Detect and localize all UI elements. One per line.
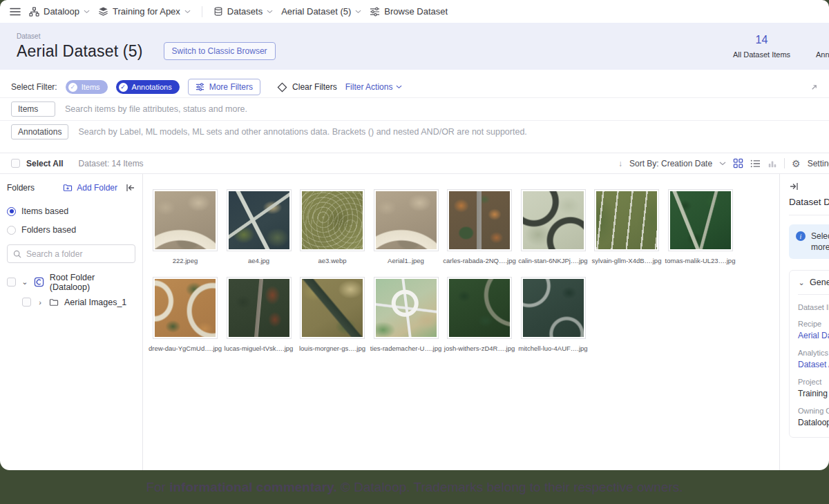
item-filename: sylvain-gllm-X4dB….jpg xyxy=(588,257,665,264)
chevron-down-icon: ⌄ xyxy=(798,278,805,287)
dataset-item-card[interactable]: mitchell-luo-4AUF….jpg xyxy=(521,277,586,352)
dataset-item-card[interactable]: josh-withers-zD4R….jpg xyxy=(447,277,512,352)
folder-search-input[interactable] xyxy=(26,249,129,259)
settings-button[interactable]: Settings xyxy=(808,159,829,168)
list-view-icon[interactable] xyxy=(750,159,761,168)
item-thumbnail[interactable] xyxy=(521,189,586,251)
app-window: Dataloop Training for Apex Datasets xyxy=(0,0,829,470)
item-thumbnail[interactable] xyxy=(227,189,292,251)
item-thumbnail[interactable] xyxy=(521,277,586,339)
item-thumbnail[interactable] xyxy=(374,277,439,339)
breadcrumb-datasets[interactable]: Datasets xyxy=(213,6,273,17)
more-filters-button[interactable]: More Filters xyxy=(188,79,260,95)
toolbar-divider xyxy=(784,158,785,168)
breadcrumb-browse[interactable]: Browse Dataset xyxy=(370,6,448,17)
item-filename: ae4.jpg xyxy=(220,257,298,264)
items-pill-label: Items xyxy=(82,83,100,91)
grid-toolbar: Select All Dataset: 14 Items ↓ Sort By: … xyxy=(0,153,829,174)
expand-filters-icon[interactable] xyxy=(810,84,818,91)
layers-icon xyxy=(98,6,108,17)
item-thumbnail[interactable] xyxy=(300,189,365,251)
item-thumbnail[interactable] xyxy=(447,189,512,251)
item-thumbnail[interactable] xyxy=(153,189,218,251)
org-label: Dataloop xyxy=(44,6,79,17)
annotations-filter-pill[interactable]: ✓ Annotations xyxy=(116,80,180,94)
items-based-radio[interactable]: Items based xyxy=(7,206,135,216)
item-thumbnail[interactable] xyxy=(227,277,292,339)
folder-search-box xyxy=(7,244,135,263)
annotations-search-input[interactable] xyxy=(78,127,818,137)
collapse-panel-icon[interactable] xyxy=(789,182,829,191)
items-search-input[interactable] xyxy=(65,104,818,114)
dataset-item-card[interactable]: louis-morgner-gs….jpg xyxy=(300,277,365,352)
sort-direction-icon[interactable]: ↓ xyxy=(618,159,622,168)
clear-filters-label: Clear Filters xyxy=(292,82,337,92)
item-thumbnail[interactable] xyxy=(668,189,733,251)
select-all-checkbox[interactable] xyxy=(11,159,20,168)
item-filename: drew-dau-YgCmUd….jpg xyxy=(146,345,224,352)
item-thumbnail[interactable] xyxy=(374,189,439,251)
folder-checkbox[interactable] xyxy=(7,278,16,287)
collapse-sidebar-icon[interactable] xyxy=(126,184,135,192)
dataset-item-card[interactable]: ties-rademacher-U….jpg xyxy=(374,277,439,352)
general-section-header[interactable]: ⌄ General xyxy=(798,278,829,295)
tree-row-subfolder[interactable]: › Aerial Images_1 xyxy=(7,295,135,309)
add-folder-button[interactable]: Add Folder xyxy=(63,183,117,193)
dataset-item-card[interactable]: ae4.jpg xyxy=(227,189,292,264)
dataset-item-card[interactable]: ae3.webp xyxy=(300,189,365,264)
root-folder-label: Root Folder (Dataloop) xyxy=(50,273,135,292)
switch-classic-browser-button[interactable]: Switch to Classic Browser xyxy=(164,42,276,60)
folders-based-radio[interactable]: Folders based xyxy=(7,225,135,235)
all-items-counter: 14 All Dataset Items xyxy=(718,34,805,59)
chevron-down-icon xyxy=(184,10,191,14)
breadcrumb-dataset[interactable]: Aerial Dataset (5) xyxy=(281,6,361,17)
item-filename: ae3.webp xyxy=(294,257,371,264)
project-switcher[interactable]: Training for Apex xyxy=(98,6,191,17)
dataset-item-card[interactable]: drew-dau-YgCmUd….jpg xyxy=(153,277,218,352)
item-thumbnail[interactable] xyxy=(447,277,512,339)
item-thumbnail[interactable] xyxy=(594,189,659,251)
filter-section: Select Filter: ✓ Items ✓ Annotations Mor… xyxy=(0,70,829,153)
grid-view-icon[interactable] xyxy=(733,158,743,168)
clear-diamond-icon xyxy=(277,82,287,93)
item-filename: Aerial1..jpeg xyxy=(368,257,445,264)
filter-actions-menu[interactable]: Filter Actions xyxy=(345,82,403,92)
chevron-down-icon[interactable]: ⌄ xyxy=(21,278,28,287)
chevron-right-icon[interactable]: › xyxy=(37,298,44,307)
analytics-link[interactable]: Dataset Analytics xyxy=(798,360,829,369)
item-thumbnail[interactable] xyxy=(153,277,218,339)
field-owning-org: Owning Organization Dataloop xyxy=(798,407,829,427)
tree-row-root-folder[interactable]: ⌄ Root Folder (Dataloop) xyxy=(7,275,135,289)
dataset-item-card[interactable]: tomas-malik-UL23….jpg xyxy=(668,189,733,264)
item-filename: lucas-miguel-tVsk….jpg xyxy=(220,345,298,352)
dataset-item-card[interactable]: Aerial1..jpeg xyxy=(374,189,439,264)
folders-sidebar: Folders Add Folder Items based Folders b… xyxy=(0,174,143,470)
dataset-item-card[interactable]: 222.jpeg xyxy=(153,189,218,264)
filter-actions-label: Filter Actions xyxy=(345,82,393,92)
folder-checkbox[interactable] xyxy=(22,298,31,307)
item-filename: tomas-malik-UL23….jpg xyxy=(662,257,739,264)
dataset-item-card[interactable]: calin-stan-6NKJPj….jpg xyxy=(521,189,586,264)
add-folder-label: Add Folder xyxy=(77,183,117,193)
recipe-link[interactable]: Aerial Dataset xyxy=(798,331,829,340)
details-info-box: i Select an item to see more details xyxy=(789,224,829,259)
hamburger-menu-icon[interactable] xyxy=(10,7,21,17)
item-thumbnail[interactable] xyxy=(300,277,365,339)
sort-by-dropdown[interactable]: Sort By: Creation Date xyxy=(629,159,712,168)
field-label: Dataset ID xyxy=(798,303,829,311)
page-title: Aerial Dataset (5) xyxy=(17,42,143,61)
folders-title: Folders xyxy=(7,183,35,193)
gear-icon[interactable]: ⚙ xyxy=(792,158,801,169)
dataset-item-card[interactable]: sylvain-gllm-X4dB….jpg xyxy=(594,189,659,264)
chart-view-icon[interactable] xyxy=(768,159,777,168)
dataset-item-card[interactable]: carles-rabada-2NQ….jpg xyxy=(447,189,512,264)
field-label: Recipe xyxy=(798,320,829,328)
dataset-item-card[interactable]: lucas-miguel-tVsk….jpg xyxy=(227,277,292,352)
radio-selected-icon xyxy=(7,207,16,216)
items-filter-pill[interactable]: ✓ Items xyxy=(66,80,108,94)
clear-filters-button[interactable]: Clear Filters xyxy=(277,82,337,93)
footer: For informational commentary. © Dataloop… xyxy=(0,470,829,504)
items-count-value: 14 xyxy=(718,34,805,46)
chevron-down-icon xyxy=(355,10,361,14)
org-switcher[interactable]: Dataloop xyxy=(29,6,90,17)
